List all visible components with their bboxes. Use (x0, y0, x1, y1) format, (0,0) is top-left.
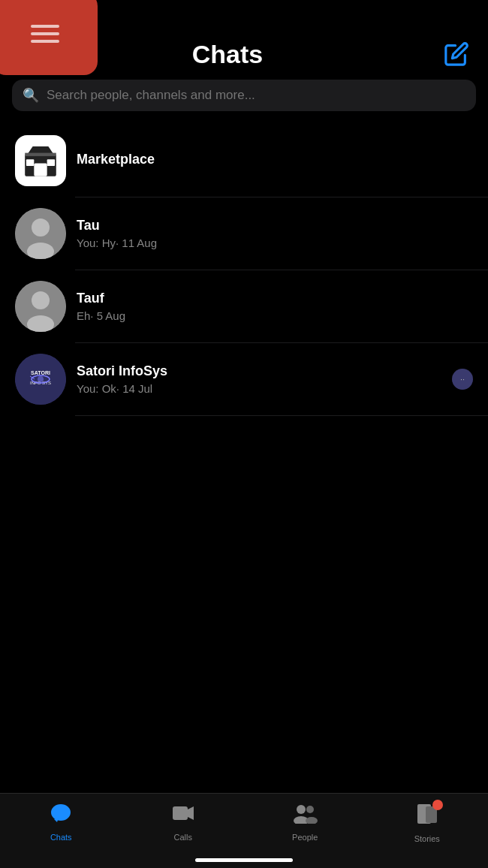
home-indicator (195, 858, 293, 862)
svg-point-23 (306, 806, 314, 813)
header: Chats (0, 0, 488, 80)
calls-icon (171, 803, 195, 829)
svg-marker-20 (188, 806, 194, 820)
tab-chats[interactable]: Chats (0, 803, 122, 842)
chat-list: Marketplace Tau You: Hy· 11 Aug Ta (0, 125, 488, 416)
svg-rect-2 (26, 159, 34, 166)
hamburger-icon (31, 25, 59, 43)
chats-tab-label: Chats (50, 833, 72, 842)
svg-point-6 (32, 219, 50, 237)
people-icon (292, 803, 318, 829)
avatar (15, 208, 66, 259)
chat-name: Marketplace (77, 152, 473, 167)
compose-button[interactable] (440, 38, 473, 71)
unread-badge: ·· (452, 369, 473, 390)
tab-bar: Chats Calls People (0, 793, 488, 868)
svg-point-17 (51, 804, 71, 821)
svg-rect-19 (173, 806, 188, 820)
svg-point-21 (297, 805, 306, 814)
search-icon: 🔍 (23, 87, 39, 104)
tab-stories[interactable]: Stories (366, 803, 489, 843)
tab-calls[interactable]: Calls (122, 803, 245, 842)
avatar: SATORI INFO SYS (15, 354, 66, 405)
chat-preview: Eh· 5 Aug (77, 309, 473, 322)
chat-info: Tau You: Hy· 11 Aug (77, 218, 473, 249)
avatar (15, 135, 66, 186)
svg-point-24 (306, 817, 318, 824)
chat-preview: You: Hy· 11 Aug (77, 237, 473, 249)
svg-rect-3 (47, 159, 55, 166)
chat-info: Satori InfoSys You: Ok· 14 Jul (77, 363, 441, 395)
chats-icon (50, 803, 72, 829)
chat-name: Satori InfoSys (77, 363, 441, 379)
people-tab-label: People (292, 833, 318, 842)
svg-text:SATORI: SATORI (31, 370, 50, 375)
chat-info: Marketplace (77, 152, 473, 170)
chat-name: Tauf (77, 291, 473, 306)
menu-button[interactable] (0, 0, 98, 75)
list-item[interactable]: Tauf Eh· 5 Aug (0, 270, 488, 342)
svg-rect-4 (25, 153, 56, 156)
svg-rect-1 (34, 163, 47, 176)
list-item[interactable]: Marketplace (0, 125, 488, 197)
stories-tab-label: Stories (414, 834, 440, 843)
chat-info: Tauf Eh· 5 Aug (77, 291, 473, 322)
svg-point-15 (38, 376, 44, 382)
chat-preview: You: Ok· 14 Jul (77, 382, 441, 395)
chat-name: Tau (77, 218, 473, 234)
calls-tab-label: Calls (174, 833, 192, 842)
svg-point-9 (32, 291, 50, 309)
list-item[interactable]: Tau You: Hy· 11 Aug (0, 197, 488, 270)
list-item[interactable]: SATORI INFO SYS Satori InfoSys You: Ok· … (0, 343, 488, 415)
avatar (15, 281, 66, 332)
stories-badge (432, 800, 443, 810)
search-input[interactable] (47, 88, 465, 103)
search-bar[interactable]: 🔍 (12, 80, 476, 111)
tab-people[interactable]: People (244, 803, 366, 842)
